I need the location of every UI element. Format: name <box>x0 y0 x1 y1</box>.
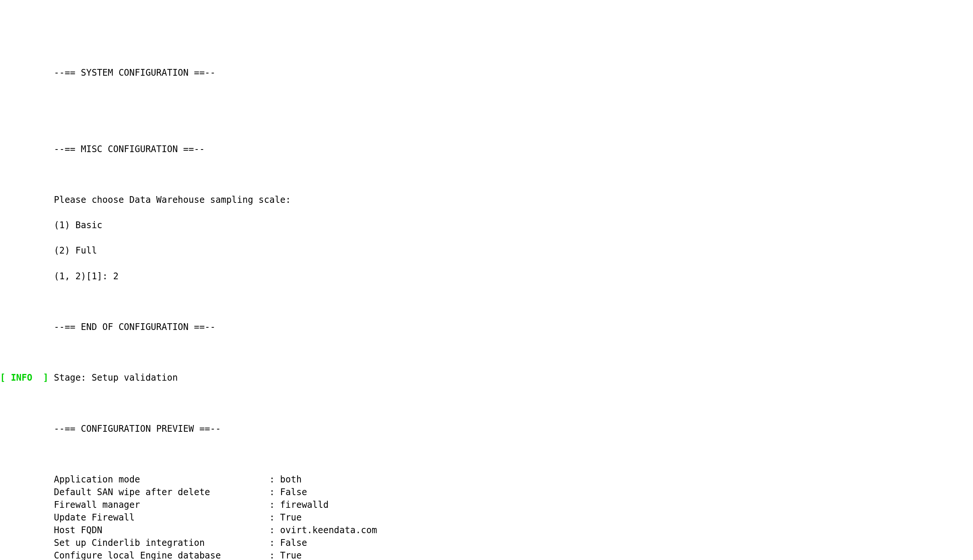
config-label: Set up Cinderlib integration <box>54 538 270 548</box>
indent <box>0 538 54 548</box>
config-row: Host FQDN : ovirt.keendata.com <box>0 524 973 537</box>
config-label: Default SAN wipe after delete <box>54 487 270 497</box>
config-value: : True <box>269 512 302 523</box>
config-row: Application mode : both <box>0 473 973 486</box>
blank-line <box>0 295 973 308</box>
config-value: : True <box>269 550 302 560</box>
indent <box>0 500 54 510</box>
blank-line <box>0 448 973 460</box>
config-value: : False <box>269 487 307 497</box>
config-label: Firewall manager <box>54 500 270 510</box>
config-list: Application mode : both Default SAN wipe… <box>0 473 973 560</box>
blank-line <box>0 117 973 130</box>
section-header-preview: --== CONFIGURATION PREVIEW ==-- <box>0 422 973 435</box>
config-label: Application mode <box>54 474 270 485</box>
config-label: Update Firewall <box>54 512 270 523</box>
section-header-misc: --== MISC CONFIGURATION ==-- <box>0 143 973 155</box>
config-value: : ovirt.keendata.com <box>269 525 377 535</box>
indent <box>0 525 54 535</box>
config-value: : both <box>269 474 302 485</box>
indent <box>0 487 54 497</box>
option-full: (2) Full <box>0 244 973 257</box>
indent <box>0 550 54 560</box>
config-value: : firewalld <box>269 500 328 510</box>
config-row: Default SAN wipe after delete : False <box>0 486 973 498</box>
config-row: Set up Cinderlib integration : False <box>0 537 973 549</box>
blank-line <box>0 92 973 105</box>
indent <box>0 512 54 523</box>
terminal-output: --== SYSTEM CONFIGURATION ==-- --== MISC… <box>0 51 973 560</box>
config-label: Configure local Engine database <box>54 550 270 560</box>
config-row: Configure local Engine database : True <box>0 549 973 560</box>
info-setup-validation: [ INFO ] Stage: Setup validation <box>0 371 973 384</box>
choice-input[interactable]: (1, 2)[1]: 2 <box>0 270 973 283</box>
config-row: Firewall manager : firewalld <box>0 498 973 511</box>
prompt-dwh-scale: Please choose Data Warehouse sampling sc… <box>0 193 973 206</box>
blank-line <box>0 168 973 181</box>
config-row: Update Firewall : True <box>0 511 973 524</box>
info-tag: [ INFO ] <box>0 372 48 383</box>
config-value: : False <box>269 538 307 548</box>
config-label: Host FQDN <box>54 525 270 535</box>
blank-line <box>0 346 973 359</box>
option-basic: (1) Basic <box>0 219 973 232</box>
section-header-system: --== SYSTEM CONFIGURATION ==-- <box>0 67 973 79</box>
section-header-end: --== END OF CONFIGURATION ==-- <box>0 321 973 333</box>
indent <box>0 474 54 485</box>
blank-line <box>0 397 973 409</box>
